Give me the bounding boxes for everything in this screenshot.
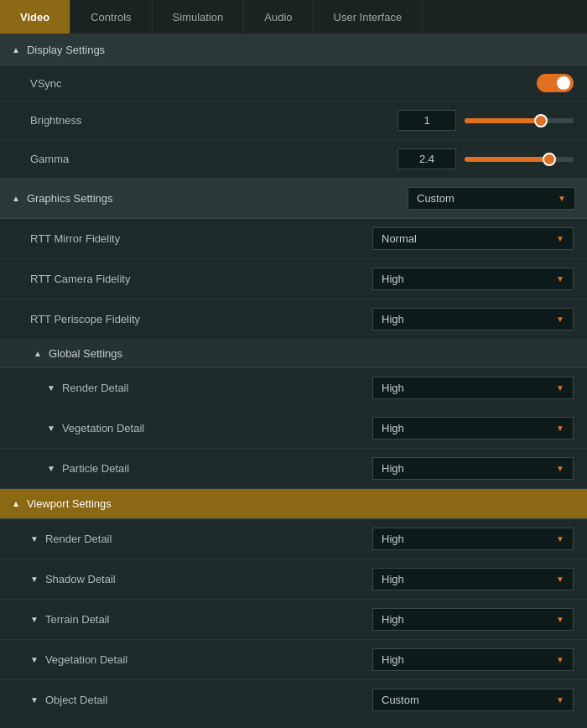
global-settings-header[interactable]: ▲ Global Settings xyxy=(0,340,587,368)
viewport-vegetation-dropdown[interactable]: High ▼ xyxy=(372,648,574,671)
gamma-slider-group: 2.4 xyxy=(397,148,574,169)
rtt-mirror-row: RTT Mirror Fidelity Normal ▼ xyxy=(0,219,587,259)
viewport-vegetation-label: Vegetation Detail xyxy=(45,653,372,666)
tab-bar: Video Controls Simulation Audio User Int… xyxy=(0,0,587,35)
viewport-terrain-chevron-icon: ▼ xyxy=(30,615,39,624)
viewport-vegetation-chevron-icon: ▼ xyxy=(30,655,39,664)
rtt-periscope-dropdown[interactable]: High ▼ xyxy=(372,308,574,330)
viewport-terrain-dropdown[interactable]: High ▼ xyxy=(372,608,574,631)
rtt-mirror-dropdown[interactable]: Normal ▼ xyxy=(372,227,574,250)
global-vegetation-detail-row: ▼ Vegetation Detail High ▼ xyxy=(0,408,587,449)
tab-simulation[interactable]: Simulation xyxy=(153,0,245,34)
global-particle-label: Particle Detail xyxy=(62,462,372,475)
global-particle-detail-row: ▼ Particle Detail High ▼ xyxy=(0,449,587,489)
viewport-shadow-detail-row: ▼ Shadow Detail High ▼ xyxy=(0,559,587,600)
brightness-slider-group: 1 xyxy=(397,110,574,131)
gamma-value[interactable]: 2.4 xyxy=(397,148,456,169)
gamma-slider-track[interactable] xyxy=(465,157,574,162)
viewport-shadow-dropdown[interactable]: High ▼ xyxy=(372,568,574,590)
vsync-row: VSync xyxy=(0,65,587,101)
rtt-camera-row: RTT Camera Fidelity High ▼ xyxy=(0,259,587,299)
global-chevron-icon: ▲ xyxy=(34,349,42,358)
rtt-camera-dropdown[interactable]: High ▼ xyxy=(372,268,574,290)
gamma-label: Gamma xyxy=(30,153,397,165)
global-render-label: Render Detail xyxy=(62,382,372,394)
viewport-vegetation-detail-row: ▼ Vegetation Detail High ▼ xyxy=(0,640,587,680)
gamma-slider-fill xyxy=(465,157,549,162)
rtt-camera-dropdown-arrow-icon: ▼ xyxy=(556,274,564,283)
global-vegetation-dropdown[interactable]: High ▼ xyxy=(372,417,574,439)
vsync-toggle[interactable] xyxy=(537,74,574,92)
viewport-chevron-icon: ▲ xyxy=(12,499,20,508)
viewport-object-dropdown[interactable]: Custom ▼ xyxy=(372,689,574,711)
viewport-vegetation-dropdown-arrow-icon: ▼ xyxy=(556,655,564,664)
tab-user-interface[interactable]: User Interface xyxy=(314,0,423,34)
viewport-shadow-chevron-icon: ▼ xyxy=(30,575,39,584)
rtt-camera-label: RTT Camera Fidelity xyxy=(30,273,372,285)
global-render-dropdown-arrow-icon: ▼ xyxy=(556,383,564,393)
viewport-render-dropdown[interactable]: High ▼ xyxy=(372,528,574,550)
brightness-slider-fill xyxy=(465,118,541,123)
gamma-slider-knob[interactable] xyxy=(543,153,556,166)
rtt-periscope-label: RTT Periscope Fidelity xyxy=(30,313,372,325)
global-render-chevron-icon: ▼ xyxy=(47,383,55,393)
rtt-periscope-row: RTT Periscope Fidelity High ▼ xyxy=(0,299,587,340)
viewport-render-chevron-icon: ▼ xyxy=(30,534,39,543)
rtt-mirror-dropdown-arrow-icon: ▼ xyxy=(556,234,564,243)
viewport-object-label: Object Detail xyxy=(45,694,372,706)
global-particle-dropdown-arrow-icon: ▼ xyxy=(556,464,564,473)
viewport-object-chevron-icon: ▼ xyxy=(30,695,39,705)
settings-content: ▲ Display Settings VSync Brightness 1 Ga… xyxy=(0,35,587,728)
viewport-shadow-dropdown-arrow-icon: ▼ xyxy=(556,575,564,584)
viewport-particle-detail-row: ▼ Particle Detail High ▼ xyxy=(0,720,587,728)
gamma-row: Gamma 2.4 xyxy=(0,140,587,179)
graphics-chevron-icon: ▲ xyxy=(12,194,20,203)
brightness-value[interactable]: 1 xyxy=(397,110,456,131)
tab-controls[interactable]: Controls xyxy=(70,0,152,34)
vsync-toggle-knob xyxy=(557,76,570,90)
tab-video[interactable]: Video xyxy=(0,0,70,34)
rtt-mirror-label: RTT Mirror Fidelity xyxy=(30,232,372,245)
global-render-dropdown[interactable]: High ▼ xyxy=(372,377,574,399)
global-render-detail-row: ▼ Render Detail High ▼ xyxy=(0,368,587,408)
brightness-slider-track[interactable] xyxy=(465,118,574,123)
viewport-render-dropdown-arrow-icon: ▼ xyxy=(556,534,564,543)
display-settings-header[interactable]: ▲ Display Settings xyxy=(0,35,587,65)
graphics-settings-header[interactable]: ▲ Graphics Settings Custom ▼ xyxy=(0,179,587,219)
viewport-shadow-label: Shadow Detail xyxy=(45,573,372,585)
global-vegetation-label: Vegetation Detail xyxy=(62,422,372,434)
viewport-object-detail-row: ▼ Object Detail Custom ▼ xyxy=(0,680,587,720)
rtt-periscope-dropdown-arrow-icon: ▼ xyxy=(556,315,564,324)
viewport-settings-header[interactable]: ▲ Viewport Settings xyxy=(0,489,587,519)
global-particle-dropdown[interactable]: High ▼ xyxy=(372,457,574,480)
graphics-preset-dropdown[interactable]: Custom ▼ xyxy=(408,187,575,210)
display-chevron-icon: ▲ xyxy=(12,45,20,55)
global-vegetation-chevron-icon: ▼ xyxy=(47,424,55,433)
brightness-label: Brightness xyxy=(30,114,397,127)
brightness-row: Brightness 1 xyxy=(0,101,587,140)
graphics-preset-dropdown-arrow-icon: ▼ xyxy=(558,194,566,203)
vsync-toggle-track[interactable] xyxy=(537,74,574,92)
graphics-settings-label: Graphics Settings xyxy=(27,192,408,205)
vsync-label: VSync xyxy=(30,77,537,90)
brightness-slider-knob[interactable] xyxy=(534,114,548,127)
global-particle-chevron-icon: ▼ xyxy=(47,464,55,473)
viewport-render-detail-row: ▼ Render Detail High ▼ xyxy=(0,519,587,559)
viewport-terrain-dropdown-arrow-icon: ▼ xyxy=(556,615,564,624)
tab-audio[interactable]: Audio xyxy=(244,0,313,34)
viewport-terrain-label: Terrain Detail xyxy=(45,613,372,626)
viewport-terrain-detail-row: ▼ Terrain Detail High ▼ xyxy=(0,600,587,640)
viewport-render-label: Render Detail xyxy=(45,533,372,545)
viewport-object-dropdown-arrow-icon: ▼ xyxy=(556,695,564,705)
global-vegetation-dropdown-arrow-icon: ▼ xyxy=(556,424,564,433)
